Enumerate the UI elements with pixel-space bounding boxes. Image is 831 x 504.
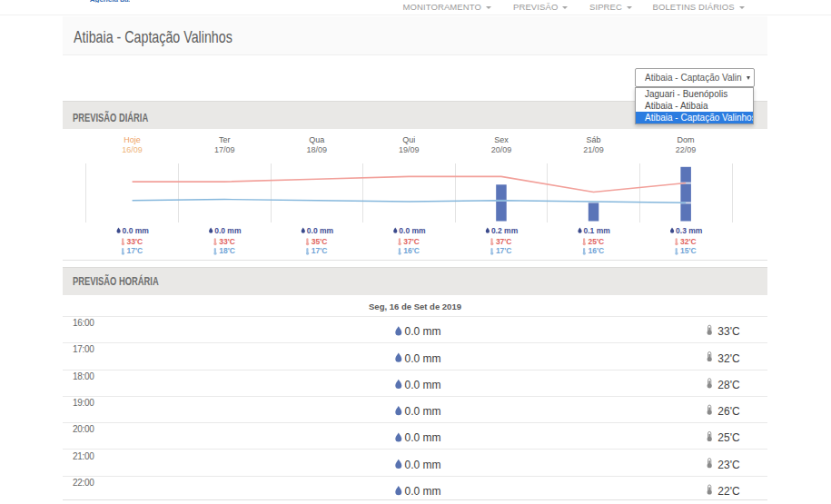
svg-text:0.0 mm: 0.0 mm	[405, 459, 441, 471]
svg-text:Dom: Dom	[678, 135, 695, 144]
svg-text:25'C: 25'C	[717, 431, 740, 444]
svg-text:18/09: 18/09	[307, 145, 328, 154]
svg-text:32'C: 32'C	[717, 352, 740, 365]
svg-text:16'C: 16'C	[403, 246, 420, 255]
svg-text:0.0 mm: 0.0 mm	[123, 226, 150, 235]
svg-text:28'C: 28'C	[717, 379, 740, 391]
svg-text:37'C: 37'C	[403, 237, 420, 246]
svg-text:32'C: 32'C	[680, 237, 697, 246]
svg-text:17'C: 17'C	[312, 246, 328, 255]
svg-text:0.0 mm: 0.0 mm	[307, 226, 334, 235]
svg-text:0.0 mm: 0.0 mm	[405, 379, 441, 391]
svg-text:21/09: 21/09	[583, 145, 604, 154]
svg-text:20/09: 20/09	[491, 145, 512, 154]
svg-text:0.0 mm: 0.0 mm	[405, 485, 441, 498]
svg-text:0.2 mm: 0.2 mm	[491, 226, 519, 235]
svg-text:26'C: 26'C	[717, 405, 740, 418]
svg-text:18'C: 18'C	[219, 246, 235, 255]
svg-text:17'C: 17'C	[127, 246, 143, 255]
svg-text:0.3 mm: 0.3 mm	[676, 226, 703, 235]
svg-text:Sáb: Sáb	[586, 135, 600, 144]
svg-text:0.1 mm: 0.1 mm	[584, 226, 611, 235]
svg-text:0.0 mm: 0.0 mm	[405, 325, 441, 338]
svg-text:33'C: 33'C	[717, 325, 740, 338]
svg-text:Qui: Qui	[402, 135, 415, 144]
svg-text:25'C: 25'C	[589, 237, 605, 246]
svg-text:19/09: 19/09	[399, 145, 420, 154]
svg-text:22'C: 22'C	[717, 485, 740, 498]
svg-text:0.0 mm: 0.0 mm	[405, 431, 441, 444]
svg-text:Qua: Qua	[309, 135, 324, 144]
svg-text:0.0 mm: 0.0 mm	[399, 226, 426, 235]
svg-text:15'C: 15'C	[680, 246, 697, 255]
svg-text:35'C: 35'C	[312, 237, 328, 246]
svg-text:23'C: 23'C	[717, 459, 740, 471]
svg-text:0.0 mm: 0.0 mm	[405, 405, 441, 418]
svg-text:Hoje: Hoje	[124, 135, 141, 144]
svg-text:37'C: 37'C	[496, 237, 512, 246]
svg-text:0.0 mm: 0.0 mm	[214, 226, 242, 235]
svg-text:17'C: 17'C	[496, 246, 512, 255]
svg-text:33'C: 33'C	[127, 237, 143, 246]
svg-text:0.0 mm: 0.0 mm	[405, 352, 441, 365]
svg-text:16'C: 16'C	[589, 246, 605, 255]
svg-text:Ter: Ter	[219, 135, 231, 144]
svg-text:33'C: 33'C	[219, 237, 235, 246]
svg-text:17/09: 17/09	[214, 145, 235, 154]
svg-text:16/09: 16/09	[122, 145, 143, 154]
svg-text:Sex: Sex	[494, 135, 509, 144]
svg-text:22/09: 22/09	[676, 145, 697, 154]
